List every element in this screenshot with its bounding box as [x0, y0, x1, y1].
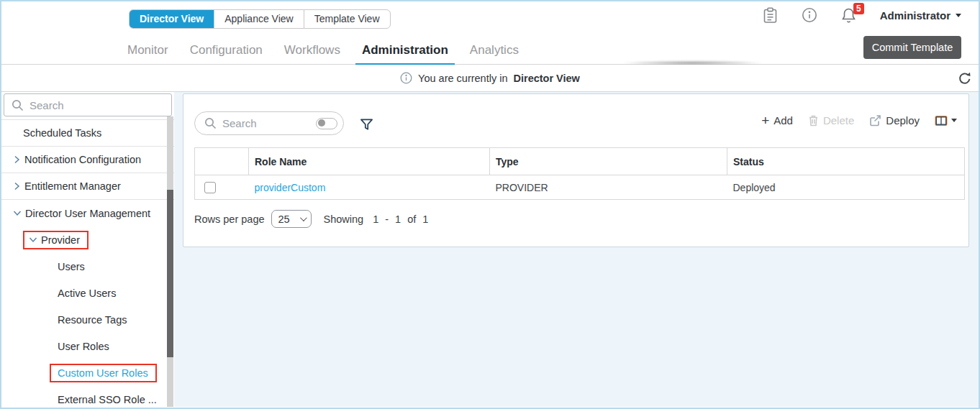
- sidebar-item-label: External SSO Role ...: [58, 394, 157, 405]
- column-header-type[interactable]: Type: [490, 148, 727, 175]
- header-icon-group: 5 Administrator: [763, 4, 961, 26]
- bell-icon[interactable]: 5: [841, 7, 856, 24]
- column-picker-button[interactable]: [935, 115, 957, 127]
- search-icon: [204, 117, 217, 129]
- sidebar-item-external-sso-role[interactable]: External SSO Role ...: [1, 386, 174, 409]
- table-row: providerCustom PROVIDER Deployed: [195, 175, 965, 200]
- banner-text: You are currently in: [418, 73, 507, 84]
- total-count: 1: [422, 213, 428, 225]
- user-menu[interactable]: Administrator: [880, 9, 961, 22]
- annotation-box-custom-user-roles: Custom User Roles: [50, 364, 157, 382]
- sidebar-item-label: Entitlement Manager: [24, 180, 121, 192]
- table-toolbar: + Add Delete: [183, 94, 968, 135]
- trash-icon: [808, 114, 819, 127]
- tab-workflows[interactable]: Workflows: [284, 37, 340, 65]
- sidebar-item-label: User Roles: [58, 341, 109, 352]
- view-tab-director[interactable]: Director View: [130, 10, 214, 28]
- filter-icon[interactable]: [360, 118, 373, 132]
- row-checkbox[interactable]: [204, 182, 216, 193]
- sidebar-item-scheduled-tasks[interactable]: Scheduled Tasks: [1, 120, 174, 147]
- chevron-down-icon: [299, 214, 307, 221]
- of-label: of: [407, 213, 416, 225]
- range-end: 1: [395, 213, 401, 225]
- sidebar-item-label: Director User Management: [25, 208, 150, 219]
- rows-per-page-select[interactable]: 25: [271, 210, 312, 228]
- view-tab-appliance[interactable]: Appliance View: [214, 10, 303, 28]
- tab-analytics[interactable]: Analytics: [470, 37, 519, 65]
- sidebar-item-label: Notification Configuration: [24, 154, 141, 165]
- top-header: Director View Appliance View Template Vi…: [1, 1, 979, 65]
- chevron-down-icon: [951, 119, 957, 122]
- column-header-checkbox: [195, 148, 249, 175]
- view-tab-template[interactable]: Template View: [304, 10, 390, 28]
- range-separator: -: [385, 213, 389, 225]
- tab-configuration[interactable]: Configuration: [190, 37, 263, 65]
- sidebar-item-users[interactable]: Users: [1, 253, 174, 280]
- sidebar-item-label: Active Users: [58, 288, 116, 299]
- sidebar-search: [4, 93, 172, 116]
- sidebar-item-director-user-management[interactable]: Director User Management: [1, 200, 174, 226]
- sidebar-item-label: Provider: [41, 234, 80, 246]
- chevron-down-icon: [13, 209, 22, 217]
- sidebar-search-input[interactable]: [30, 99, 145, 111]
- tab-monitor[interactable]: Monitor: [127, 37, 168, 65]
- column-header-role-name[interactable]: Role Name: [249, 148, 490, 175]
- deploy-button[interactable]: Deploy: [869, 114, 920, 127]
- body-region: Scheduled Tasks Notification Configurati…: [1, 92, 979, 407]
- sidebar-item-user-roles[interactable]: User Roles: [1, 333, 174, 359]
- tab-administration[interactable]: Administration: [355, 37, 455, 65]
- user-menu-label: Administrator: [880, 9, 950, 22]
- delete-label: Delete: [823, 114, 854, 127]
- sidebar-nav-list: Scheduled Tasks Notification Configurati…: [1, 119, 174, 409]
- notification-badge: 5: [853, 3, 864, 14]
- app-window: Director View Appliance View Template Vi…: [0, 0, 980, 409]
- sidebar-item-resource-tags[interactable]: Resource Tags: [1, 306, 174, 333]
- search-toggle[interactable]: [316, 118, 337, 129]
- table-header-row: Role Name Type Status: [195, 148, 965, 175]
- view-banner: You are currently in Director View: [1, 65, 979, 92]
- tasks-clipboard-icon[interactable]: [763, 7, 778, 24]
- sidebar-item-label: Scheduled Tasks: [23, 127, 101, 139]
- chevron-right-icon: [13, 182, 21, 190]
- sidebar-scrollbar-thumb[interactable]: [167, 190, 173, 357]
- plus-icon: +: [761, 115, 769, 126]
- sidebar-item-provider[interactable]: Provider: [1, 226, 174, 253]
- pagination-bar: Rows per page 25 Showing 1 - 1 of 1: [194, 210, 968, 228]
- chevron-down-icon: [29, 236, 37, 244]
- add-label: Add: [773, 114, 793, 127]
- role-status-cell: Deployed: [727, 175, 965, 200]
- refresh-icon[interactable]: [957, 70, 973, 86]
- sidebar-item-label: Custom User Roles: [58, 367, 148, 379]
- column-header-status[interactable]: Status: [727, 148, 965, 175]
- sidebar-item-label: Users: [58, 261, 85, 272]
- sidebar-item-custom-user-roles[interactable]: Custom User Roles: [1, 359, 174, 386]
- table-search: [194, 111, 344, 135]
- custom-user-roles-panel: + Add Delete: [183, 93, 969, 247]
- roles-table: Role Name Type Status providerCustom PRO…: [194, 147, 965, 200]
- chevron-down-icon: [956, 14, 961, 17]
- role-type-cell: PROVIDER: [490, 175, 727, 200]
- table-search-input[interactable]: [222, 117, 310, 129]
- showing-label: Showing: [324, 213, 364, 225]
- deploy-icon: [869, 114, 881, 127]
- main-nav-tabs: Monitor Configuration Workflows Administ…: [127, 37, 519, 65]
- commit-template-button[interactable]: Commit Template: [863, 36, 961, 59]
- add-button[interactable]: + Add: [761, 114, 793, 127]
- columns-icon: [935, 115, 948, 127]
- range-start: 1: [373, 213, 378, 225]
- role-name-link[interactable]: providerCustom: [255, 182, 326, 193]
- toggle-knob: [318, 119, 325, 127]
- chevron-right-icon: [13, 155, 21, 164]
- view-switcher: Director View Appliance View Template Vi…: [129, 9, 391, 29]
- banner-view-name: Director View: [513, 73, 579, 84]
- main-content: + Add Delete: [174, 92, 979, 407]
- sidebar-item-active-users[interactable]: Active Users: [1, 280, 174, 306]
- sidebar: Scheduled Tasks Notification Configurati…: [1, 92, 174, 407]
- info-icon[interactable]: [802, 7, 817, 23]
- deploy-label: Deploy: [886, 114, 920, 127]
- table-actions: + Add Delete: [761, 114, 957, 127]
- sidebar-item-notification-configuration[interactable]: Notification Configuration: [1, 147, 174, 173]
- sidebar-item-entitlement-manager[interactable]: Entitlement Manager: [1, 173, 174, 200]
- delete-button[interactable]: Delete: [808, 114, 854, 127]
- info-circle-icon: [400, 72, 412, 84]
